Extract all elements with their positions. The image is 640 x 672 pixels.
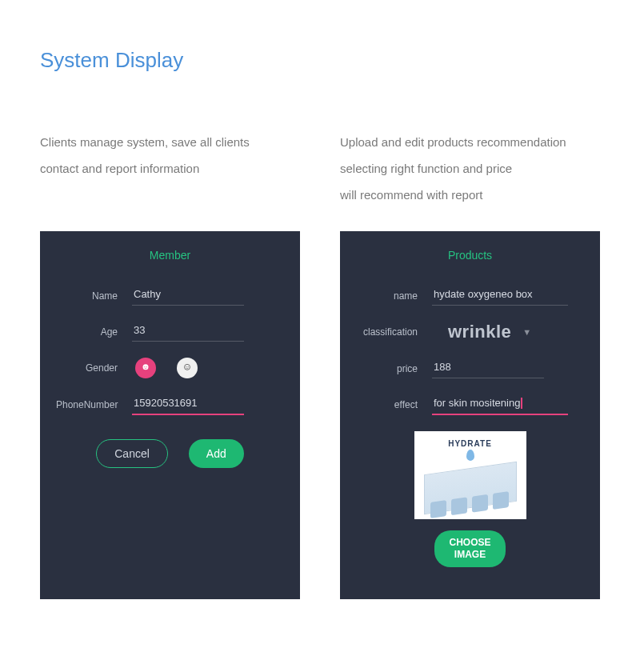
classification-dropdown[interactable]: wrinkle ▼ — [432, 322, 584, 342]
text-caret-icon — [521, 398, 522, 409]
add-button[interactable]: Add — [189, 439, 244, 468]
product-image-preview: HYDRATE — [414, 431, 526, 519]
product-image-brand: HYDRATE — [448, 439, 492, 448]
products-desc-line2: selecting right function and price — [340, 155, 600, 182]
water-drop-icon — [466, 450, 474, 461]
effect-label: effect — [356, 399, 432, 410]
products-description: Upload and edit products recommendation … — [340, 129, 600, 217]
effect-value: for skin mositening — [434, 397, 520, 409]
female-face-icon — [140, 362, 151, 374]
member-desc-line1: Clients manage system, save all clients — [40, 129, 300, 155]
member-panel-title: Member — [56, 249, 284, 262]
age-input[interactable] — [132, 322, 244, 342]
classification-label: classification — [356, 326, 432, 338]
name-label: Name — [56, 290, 132, 302]
member-description: Clients manage system, save all clients … — [40, 129, 300, 217]
gender-label: Gender — [56, 362, 132, 374]
svg-point-1 — [144, 366, 145, 367]
price-label: price — [356, 363, 432, 374]
choose-image-label-1: CHOOSE — [449, 537, 490, 548]
effect-input[interactable]: for skin mositening — [432, 394, 568, 415]
age-label: Age — [56, 326, 132, 338]
chevron-down-icon: ▼ — [522, 327, 531, 337]
gender-male-option[interactable] — [177, 358, 198, 378]
products-desc-line3: will recommend with report — [340, 182, 600, 208]
product-name-input[interactable] — [432, 286, 568, 306]
phone-input[interactable] — [132, 394, 244, 415]
phone-label: PhoneNumber — [56, 399, 132, 410]
svg-point-4 — [186, 366, 186, 367]
products-desc-line1: Upload and edit products recommendation — [340, 129, 600, 155]
choose-image-label-2: IMAGE — [454, 549, 486, 560]
svg-point-5 — [188, 366, 189, 367]
choose-image-button[interactable]: CHOOSE IMAGE — [434, 530, 505, 567]
products-panel-title: Products — [356, 249, 584, 262]
name-input[interactable] — [132, 286, 244, 306]
member-desc-line2: contact and report information — [40, 155, 300, 182]
male-face-icon — [182, 362, 193, 374]
gender-female-option[interactable] — [135, 358, 156, 378]
member-panel: Member Name Age Gender — [40, 231, 300, 599]
cancel-button[interactable]: Cancel — [96, 439, 168, 468]
svg-point-2 — [146, 366, 147, 367]
product-name-label: name — [356, 290, 432, 302]
svg-point-0 — [143, 364, 149, 370]
svg-point-3 — [185, 364, 190, 370]
classification-value: wrinkle — [432, 322, 511, 342]
products-panel: Products name classification wrinkle ▼ — [340, 231, 600, 599]
page-title: System Display — [40, 48, 600, 73]
price-input[interactable] — [432, 358, 544, 378]
